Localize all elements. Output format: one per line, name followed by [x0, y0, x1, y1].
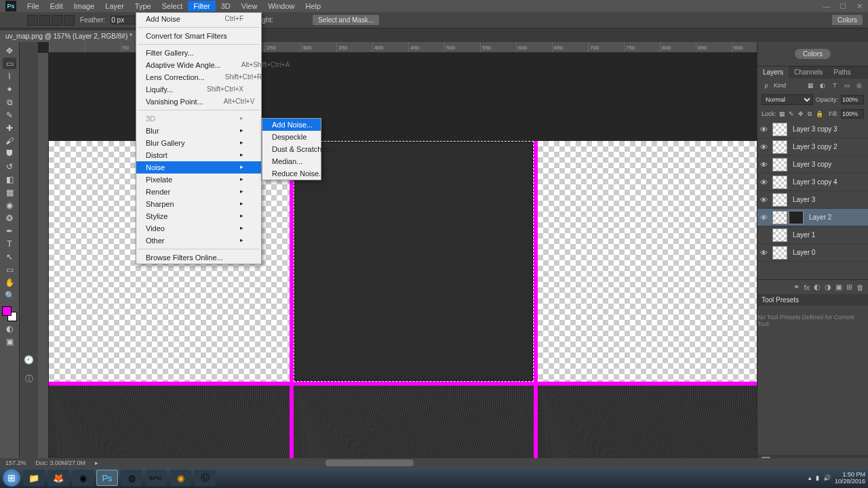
workspace-switcher[interactable]: Colors — [832, 15, 863, 25]
opacity-input[interactable] — [841, 95, 864, 104]
mi-dust[interactable]: Dust & Scratches... — [262, 143, 321, 155]
menu-layer[interactable]: Layer — [100, 1, 130, 12]
trash-icon[interactable]: 🗑 — [856, 283, 864, 291]
layer-thumb[interactable] — [772, 211, 787, 224]
layer-row[interactable]: 👁 Layer 3 — [757, 191, 868, 209]
start-button-icon[interactable]: ⊞ — [3, 469, 20, 487]
tray-up-icon[interactable]: ▴ — [808, 474, 812, 481]
taskbar-unreal-icon[interactable]: Ⓤ — [194, 470, 216, 486]
layer-name[interactable]: Layer 3 — [790, 196, 868, 203]
layer-thumb[interactable] — [772, 140, 787, 154]
taskbar-obs-icon[interactable]: ◍ — [121, 470, 142, 486]
shape-tool-icon[interactable]: ▭ — [3, 264, 16, 275]
mi-blur-gallery[interactable]: Blur Gallery — [136, 137, 261, 149]
layer-name[interactable]: Layer 0 — [790, 249, 868, 256]
mi-sharpen[interactable]: Sharpen — [136, 198, 261, 210]
type-tool-icon[interactable]: T — [3, 238, 16, 249]
mi-add-noise[interactable]: Add Noise... — [262, 119, 321, 131]
layer-thumb[interactable] — [772, 176, 787, 189]
visibility-icon[interactable]: 👁 — [757, 249, 770, 257]
blend-mode-select[interactable]: Normal — [762, 94, 813, 105]
dodge-tool-icon[interactable]: ❂ — [3, 212, 16, 224]
menu-file[interactable]: File — [22, 1, 45, 12]
mask-thumb[interactable] — [789, 211, 804, 224]
taskbar-steam-icon[interactable]: ◉ — [72, 470, 94, 486]
move-tool-icon[interactable]: ✥ — [3, 45, 16, 56]
maximize-icon[interactable]: ☐ — [838, 2, 848, 10]
menu-select[interactable]: Select — [157, 1, 189, 12]
layer-name[interactable]: Layer 1 — [790, 231, 868, 239]
menu-edit[interactable]: Edit — [45, 1, 68, 12]
lock-all-icon[interactable]: 🔒 — [816, 109, 823, 119]
mi-vanish[interactable]: Vanishing Point...Alt+Ctrl+V — [136, 96, 261, 108]
sel-add-icon[interactable] — [39, 15, 50, 26]
history-brush-tool-icon[interactable]: ↺ — [3, 161, 16, 172]
layer-row[interactable]: 👁 Layer 3 copy 3 — [757, 121, 868, 138]
layer-thumb[interactable] — [772, 158, 787, 171]
menu-help[interactable]: Help — [300, 1, 327, 12]
mi-pixelate[interactable]: Pixelate — [136, 174, 261, 186]
gradient-tool-icon[interactable]: ▦ — [3, 186, 16, 198]
filter-shape-icon[interactable]: ▭ — [842, 81, 852, 90]
taskbar-photoshop-icon[interactable]: Ps — [96, 470, 118, 486]
colors-label[interactable]: Colors — [795, 49, 831, 59]
lasso-tool-icon[interactable]: ⌇ — [3, 70, 16, 82]
menu-3d[interactable]: 3D — [216, 1, 236, 12]
document-tab[interactable]: uv_map.png @ 157% (Layer 2, RGB/8#) * × — [0, 30, 145, 42]
lock-pixels-icon[interactable]: ▦ — [779, 109, 786, 119]
mi-filter-gallery[interactable]: Filter Gallery... — [136, 47, 261, 59]
visibility-icon[interactable]: 👁 — [757, 214, 770, 222]
eyedropper-tool-icon[interactable]: ✎ — [3, 109, 16, 121]
tab-paths[interactable]: Paths — [828, 66, 856, 79]
layer-name[interactable]: Layer 3 copy 4 — [790, 178, 868, 186]
blur-tool-icon[interactable]: ◉ — [3, 199, 16, 211]
mi-distort[interactable]: Distort — [136, 149, 261, 161]
lock-brush-icon[interactable]: ✎ — [788, 109, 795, 119]
sel-intersect-icon[interactable] — [64, 15, 75, 26]
filter-type2-icon[interactable]: T — [830, 81, 840, 90]
tray-net-icon[interactable]: ▮ — [816, 474, 819, 481]
lock-pos-icon[interactable]: ✥ — [797, 109, 804, 119]
tab-channels[interactable]: Channels — [789, 66, 828, 79]
marquee-tool-icon[interactable]: ▭ — [3, 58, 16, 69]
mi-despeckle[interactable]: Despeckle — [262, 131, 321, 143]
minimize-icon[interactable]: — — [822, 2, 831, 10]
h-scrollbar-thumb[interactable] — [326, 460, 414, 466]
close-icon[interactable]: ✕ — [854, 2, 864, 10]
mi-lens[interactable]: Lens Correction...Shift+Ctrl+R — [136, 71, 261, 83]
mi-noise[interactable]: Noise — [136, 161, 261, 174]
layer-name[interactable]: Layer 2 — [806, 214, 868, 221]
layer-row[interactable]: 👁 Layer 3 copy 4 — [757, 174, 868, 191]
zoom-tool-icon[interactable]: 🔍 — [3, 289, 16, 301]
adjustment-icon[interactable]: ◑ — [825, 283, 831, 291]
visibility-icon[interactable]: 👁 — [757, 196, 770, 204]
lock-nest-icon[interactable]: ⧉ — [806, 109, 813, 119]
link-layers-icon[interactable]: ⚭ — [793, 283, 800, 291]
zoom-readout[interactable]: 157.2% — [5, 460, 26, 466]
mi-median[interactable]: Median... — [262, 155, 321, 167]
quickmask-icon[interactable]: ◐ — [3, 323, 16, 334]
mi-recent[interactable]: Add NoiseCtrl+F — [136, 13, 261, 25]
tab-layers[interactable]: Layers — [757, 66, 789, 79]
layer-thumb[interactable] — [772, 193, 787, 207]
layer-thumb[interactable] — [772, 123, 787, 136]
menu-view[interactable]: View — [236, 1, 263, 12]
menu-filter[interactable]: Filter — [188, 1, 215, 12]
path-tool-icon[interactable]: ↖ — [3, 251, 16, 262]
status-arrow-icon[interactable]: ▸ — [95, 460, 98, 466]
pen-tool-icon[interactable]: ✒ — [3, 225, 16, 237]
layer-row[interactable]: 👁 Layer 3 copy — [757, 156, 868, 174]
hand-tool-icon[interactable]: ✋ — [3, 277, 16, 288]
visibility-icon[interactable]: 👁 — [757, 178, 770, 186]
menu-image[interactable]: Image — [68, 1, 100, 12]
mi-video[interactable]: Video — [136, 222, 261, 235]
visibility-icon[interactable]: 👁 — [757, 125, 770, 134]
eraser-tool-icon[interactable]: ◧ — [3, 174, 16, 185]
taskbar-firefox-icon[interactable]: 🦊 — [47, 470, 69, 486]
mi-browse-online[interactable]: Browse Filters Online... — [136, 251, 261, 264]
fg-color-swatch[interactable] — [2, 306, 12, 316]
layer-name[interactable]: Layer 3 copy 3 — [790, 125, 868, 133]
fx-icon[interactable]: fx — [804, 283, 810, 291]
menu-type[interactable]: Type — [130, 1, 157, 12]
filter-type-icon[interactable]: ρ — [762, 81, 771, 90]
